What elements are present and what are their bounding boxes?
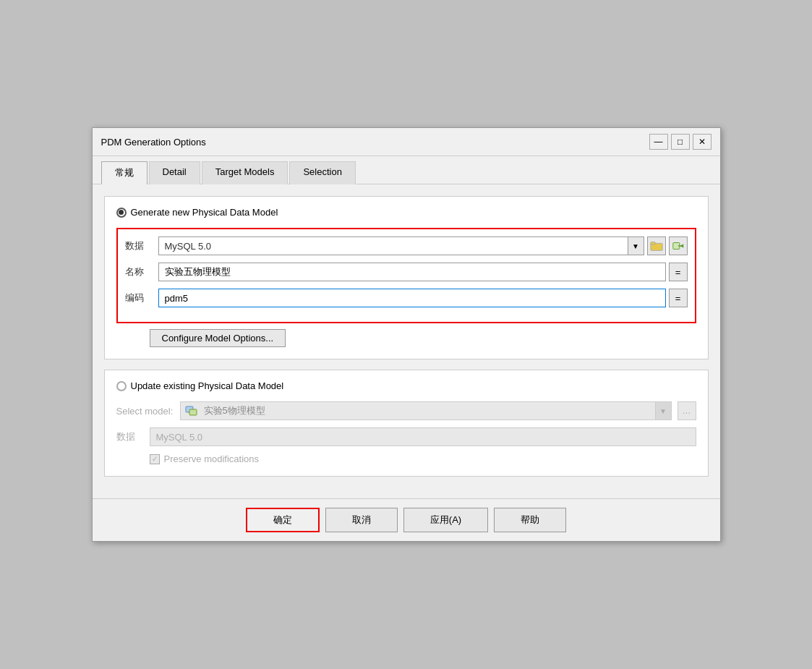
select-model-row: Select model: 实验5物理模型 ▼ … [116,401,696,420]
data-row: 数据 MySQL 5.0 ▼ [125,237,688,255]
cancel-button[interactable]: 取消 [325,508,398,532]
code-row: 编码 = [125,289,688,307]
footer: 确定 取消 应用(A) 帮助 [93,498,720,541]
name-control-wrap: = [158,263,688,281]
window-title: PDM Generation Options [101,137,206,148]
update-data-row: 数据 MySQL 5.0 [116,427,696,446]
code-control-wrap: = [158,289,688,307]
data-label: 数据 [125,239,153,252]
ok-button[interactable]: 确定 [246,508,320,532]
select-model-value: 实验5物理模型 [201,404,655,417]
update-section-header: Update existing Physical Data Model [116,380,696,391]
update-data-value: MySQL 5.0 [150,427,696,446]
select-model-dropdown: 实验5物理模型 ▼ [180,401,672,420]
tab-target-models[interactable]: Target Models [202,161,289,184]
import-icon-button[interactable] [669,237,688,255]
minimize-button[interactable]: — [649,134,668,150]
name-label: 名称 [125,265,153,278]
close-button[interactable]: ✕ [693,134,711,150]
name-input[interactable] [158,263,666,281]
apply-button[interactable]: 应用(A) [403,508,488,532]
configure-model-button[interactable]: Configure Model Options... [150,329,286,347]
preserve-checkbox: ✓ [150,454,160,464]
generate-radio[interactable] [116,208,127,218]
configure-btn-wrap: Configure Model Options... [150,329,696,347]
generate-fields-outline: 数据 MySQL 5.0 ▼ [116,228,696,323]
tab-selection[interactable]: Selection [289,161,355,184]
svg-rect-1 [650,242,654,245]
main-content: Generate new Physical Data Model 数据 MySQ… [93,184,720,498]
update-data-label: 数据 [116,430,144,443]
help-button[interactable]: 帮助 [494,508,566,532]
tab-bar: 常规 Detail Target Models Selection [93,156,720,184]
select-model-label: Select model: [116,406,174,417]
name-equals-button[interactable]: = [669,263,688,281]
code-input[interactable] [158,289,666,307]
code-label: 编码 [125,291,153,304]
dialog-window: PDM Generation Options — □ ✕ 常规 Detail T… [92,127,721,542]
model-icon [185,406,198,416]
name-row: 名称 = [125,263,688,281]
generate-section: Generate new Physical Data Model 数据 MySQ… [104,196,709,359]
svg-rect-6 [189,409,197,415]
data-control-wrap: MySQL 5.0 ▼ [158,237,688,255]
data-dropdown-value: MySQL 5.0 [159,241,628,252]
preserve-row: ✓ Preserve modifications [150,453,696,464]
folder-icon-button[interactable] [647,237,666,255]
generate-section-header: Generate new Physical Data Model [116,207,696,218]
code-equals-button[interactable]: = [669,289,688,307]
preserve-label: Preserve modifications [164,453,260,464]
title-bar: PDM Generation Options — □ ✕ [93,128,720,156]
generate-radio-label: Generate new Physical Data Model [131,207,278,218]
window-controls: — □ ✕ [649,134,711,150]
select-model-arrow: ▼ [655,402,671,419]
update-radio[interactable] [116,381,127,391]
tab-general[interactable]: 常规 [101,161,148,184]
update-section: Update existing Physical Data Model Sele… [104,370,709,477]
update-radio-label: Update existing Physical Data Model [131,380,284,391]
data-dropdown-arrow[interactable]: ▼ [628,237,644,255]
maximize-button[interactable]: □ [671,134,690,150]
tab-detail[interactable]: Detail [149,161,200,184]
browse-button: … [678,401,696,420]
data-dropdown[interactable]: MySQL 5.0 ▼ [158,237,644,255]
